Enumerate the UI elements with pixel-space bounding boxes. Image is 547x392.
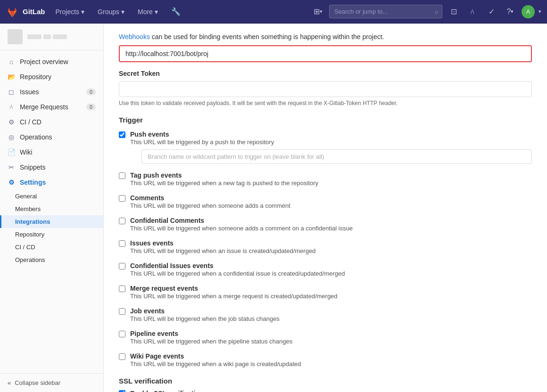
- wiki-content: Wiki Page events This URL will be trigge…: [130, 352, 532, 368]
- branch-input[interactable]: [141, 149, 532, 164]
- merge-desc: This URL will be triggered when a merge …: [130, 293, 532, 300]
- user-avatar[interactable]: A: [522, 5, 535, 18]
- sidebar-sub-item-general[interactable]: General: [0, 190, 103, 203]
- conf-issues-content: Confidential Issues events This URL will…: [130, 262, 532, 277]
- sidebar-item-label: Settings: [20, 179, 46, 186]
- chevron-down-icon: ▾: [511, 8, 514, 15]
- wrench-icon: 🔧: [171, 7, 181, 16]
- new-item-button[interactable]: ⊞ ▾: [310, 4, 325, 19]
- issues-icon: ◻: [8, 88, 15, 96]
- project-avatar: [8, 29, 23, 44]
- project-header: [0, 24, 103, 50]
- trigger-conf-comments-row: Confidential Comments This URL will be t…: [119, 217, 532, 232]
- trigger-job-row: Job events This URL will be triggered wh…: [119, 307, 532, 322]
- sidebar-item-settings[interactable]: ⚙ Settings: [0, 175, 103, 190]
- ops-icon: ◎: [8, 133, 15, 141]
- gitlab-logo-icon: [6, 5, 19, 18]
- trigger-conf-issues: Confidential Issues events This URL will…: [119, 262, 532, 277]
- trigger-conf-issues-row: Confidential Issues events This URL will…: [119, 262, 532, 277]
- sidebar-item-label: Repository: [20, 73, 51, 81]
- job-content: Job events This URL will be triggered wh…: [130, 307, 532, 322]
- merge-requests-badge: 0: [86, 104, 96, 110]
- issues-name: Issues events: [130, 239, 532, 247]
- trigger-job-events: Job events This URL will be triggered wh…: [119, 307, 532, 322]
- sidebar-item-operations[interactable]: ◎ Operations: [0, 130, 103, 145]
- url-section: Webhooks can be used for binding events …: [119, 33, 532, 62]
- sidebar-sub-item-members[interactable]: Members: [0, 203, 103, 215]
- sidebar-item-repository[interactable]: 📂 Repository: [0, 69, 103, 84]
- screen-icon: ⊡: [451, 7, 457, 16]
- gitlab-logo[interactable]: GitLab: [6, 5, 45, 18]
- sidebar-sub-item-operations[interactable]: Operations: [0, 253, 103, 266]
- ssl-checkbox[interactable]: [119, 390, 125, 392]
- wiki-events-desc: This URL will be triggered when a wiki p…: [130, 360, 532, 368]
- job-events-checkbox[interactable]: [119, 308, 125, 315]
- webhooks-link[interactable]: Webhooks: [119, 33, 150, 41]
- secret-token-input[interactable]: [119, 81, 532, 97]
- trigger-comments: Comments This URL will be triggered when…: [119, 194, 532, 209]
- trigger-merge-requests: Merge request events This URL will be tr…: [119, 285, 532, 300]
- conf-issues-name: Confidential Issues events: [130, 262, 532, 270]
- conf-comments-desc: This URL will be triggered when someone …: [130, 225, 532, 232]
- comments-checkbox[interactable]: [119, 195, 125, 202]
- sidebar-item-snippets[interactable]: ✂ Snippets: [0, 160, 103, 175]
- sidebar-item-issues[interactable]: ◻ Issues 0: [0, 84, 103, 99]
- push-events-desc: This URL will be triggered by a push to …: [130, 139, 532, 146]
- search-container: ⌕: [329, 5, 442, 18]
- top-navigation: GitLab Projects ▾ Groups ▾ More ▾ 🔧 ⊞ ▾ …: [0, 0, 547, 24]
- sidebar-sub-item-repository[interactable]: Repository: [0, 228, 103, 241]
- tag-push-content: Tag push events This URL will be trigger…: [130, 172, 532, 187]
- screen-toggle-button[interactable]: ⊡: [446, 4, 461, 19]
- ssl-enable-label[interactable]: Enable SSL verification: [130, 390, 203, 392]
- trigger-issues-row: Issues events This URL will be triggered…: [119, 239, 532, 254]
- confidential-issues-checkbox[interactable]: [119, 263, 125, 270]
- nav-projects[interactable]: Projects ▾: [51, 5, 90, 18]
- nav-more[interactable]: More ▾: [133, 5, 163, 18]
- trigger-section: Trigger Push events This URL will be tri…: [119, 116, 532, 368]
- conf-comments-content: Confidential Comments This URL will be t…: [130, 217, 532, 232]
- sidebar-item-project-overview[interactable]: ⌂ Project overview: [0, 54, 103, 69]
- tag-push-checkbox[interactable]: [119, 172, 125, 179]
- merge-events-checkbox[interactable]: [119, 286, 125, 292]
- trigger-tag-push: Tag push events This URL will be trigger…: [119, 172, 532, 187]
- pipeline-name: Pipeline events: [130, 330, 532, 337]
- brand-name: GitLab: [23, 8, 45, 16]
- sidebar-item-label: Project overview: [20, 58, 68, 65]
- sidebar-item-merge-requests[interactable]: ⑃ Merge Requests 0: [0, 99, 103, 114]
- help-icon: ?: [507, 8, 511, 16]
- nav-spanner[interactable]: 🔧: [166, 4, 185, 19]
- conf-comments-name: Confidential Comments: [130, 217, 532, 224]
- nav-groups[interactable]: Groups ▾: [93, 5, 129, 18]
- pipeline-events-checkbox[interactable]: [119, 331, 125, 337]
- sidebar: ⌂ Project overview 📂 Repository ◻ Issues…: [0, 24, 104, 392]
- issues-desc: This URL will be triggered when an issue…: [130, 247, 532, 254]
- url-input[interactable]: [119, 45, 532, 62]
- trigger-push-events: Push events This URL will be triggered b…: [119, 131, 532, 164]
- issues-events-checkbox[interactable]: [119, 240, 125, 247]
- comments-name: Comments: [130, 194, 532, 202]
- chevron-left-icon: «: [8, 379, 11, 386]
- sidebar-sub-item-cicd[interactable]: CI / CD: [0, 241, 103, 253]
- chevron-down-icon: ▾: [81, 8, 84, 16]
- sidebar-sub-item-integrations[interactable]: Integrations: [0, 215, 103, 228]
- sidebar-item-label: CI / CD: [20, 118, 41, 126]
- job-name: Job events: [130, 307, 532, 315]
- conf-issues-desc: This URL will be triggered when a confid…: [130, 270, 532, 277]
- merge-requests-button[interactable]: ⑃: [465, 4, 480, 19]
- ssl-label: SSL verification: [119, 377, 532, 385]
- sidebar-item-label: Snippets: [20, 163, 45, 171]
- collapse-sidebar-button[interactable]: « Collapse sidebar: [0, 373, 103, 392]
- todos-button[interactable]: ✓: [484, 4, 499, 19]
- push-events-checkbox[interactable]: [119, 131, 125, 138]
- help-button[interactable]: ? ▾: [503, 4, 518, 19]
- job-desc: This URL will be triggered when the job …: [130, 315, 532, 322]
- sidebar-item-cicd[interactable]: ⚙ CI / CD: [0, 114, 103, 130]
- search-input[interactable]: [329, 5, 442, 18]
- wiki-events-checkbox[interactable]: [119, 353, 125, 360]
- todo-icon: ✓: [489, 7, 495, 16]
- chevron-down-icon: ▾: [320, 8, 323, 15]
- sidebar-item-wiki[interactable]: 📄 Wiki: [0, 145, 103, 160]
- confidential-comments-checkbox[interactable]: [119, 218, 125, 224]
- webhook-description: Webhooks can be used for binding events …: [119, 33, 532, 41]
- sidebar-navigation: ⌂ Project overview 📂 Repository ◻ Issues…: [0, 50, 103, 373]
